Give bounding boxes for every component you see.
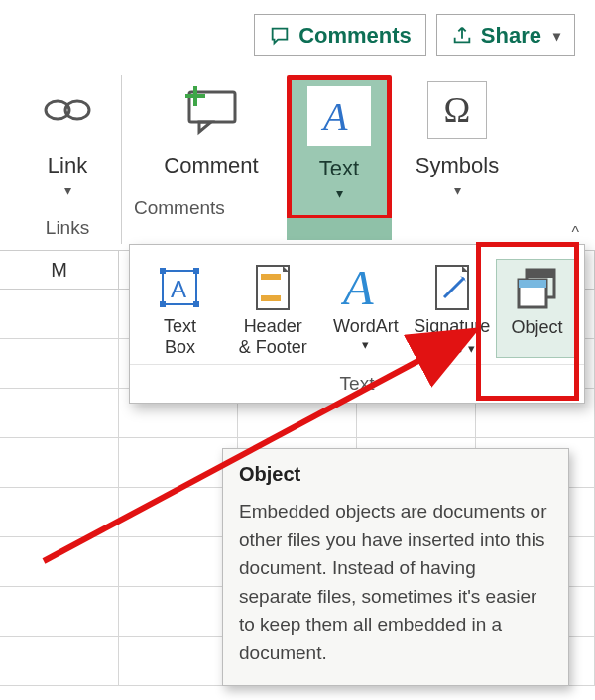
- header-footer-button[interactable]: Header & Footer: [224, 259, 322, 358]
- link-label: Link: [48, 153, 87, 178]
- tooltip-title: Object: [239, 463, 552, 486]
- chevron-down-icon: ▾: [468, 341, 475, 356]
- text-box-label-2: Box: [165, 337, 195, 358]
- svg-rect-8: [193, 268, 199, 274]
- svg-rect-13: [261, 274, 281, 280]
- share-button[interactable]: Share ▾: [436, 14, 575, 56]
- svg-rect-9: [160, 301, 166, 307]
- object-button[interactable]: Object: [496, 259, 578, 358]
- svg-text:A: A: [341, 261, 374, 314]
- text-dropdown[interactable]: A Text ▾: [281, 75, 398, 240]
- comment-bubble-icon: [269, 25, 291, 47]
- svg-rect-10: [193, 301, 199, 307]
- svg-text:A: A: [171, 276, 186, 302]
- chevron-down-icon: ▾: [362, 337, 369, 352]
- share-button-label: Share: [481, 23, 541, 49]
- text-dropdown-panel: A Text Box Header & Footer A WordA: [129, 244, 585, 404]
- svg-text:A: A: [320, 94, 348, 138]
- title-bar-actions: Comments Share ▾: [0, 0, 595, 65]
- dropdown-group-label: Text: [130, 364, 584, 403]
- object-icon: [513, 260, 562, 317]
- text-highlight-trail: [287, 218, 392, 240]
- chevron-down-icon: ▾: [64, 182, 71, 198]
- comments-section-label: Comments: [132, 196, 291, 219]
- header-footer-label-1: Header: [244, 316, 302, 337]
- svg-rect-7: [160, 268, 166, 274]
- svg-rect-14: [261, 295, 281, 301]
- object-tooltip: Object Embedded objects are documents or…: [222, 448, 569, 686]
- omega-icon: Ω: [427, 81, 487, 139]
- object-label: Object: [512, 317, 563, 338]
- signature-line-button[interactable]: Signature Line ▾: [410, 259, 494, 358]
- text-icon: A: [307, 86, 371, 146]
- signature-line-icon: [430, 259, 474, 316]
- svg-rect-18: [527, 270, 554, 278]
- wordart-icon: A: [341, 259, 391, 316]
- tooltip-body: Embedded objects are documents or other …: [239, 498, 552, 667]
- text-label: Text: [319, 156, 359, 181]
- links-section-label: Links: [28, 216, 107, 239]
- text-box-button[interactable]: A Text Box: [138, 259, 222, 358]
- wordart-label: WordArt: [333, 316, 399, 337]
- link-group[interactable]: Link ▾ Links: [18, 75, 117, 239]
- symbols-label: Symbols: [416, 153, 499, 178]
- text-box-icon: A: [155, 259, 204, 316]
- chevron-down-icon: ▾: [336, 185, 343, 201]
- comments-button[interactable]: Comments: [254, 14, 426, 56]
- header-footer-label-2: & Footer: [239, 337, 307, 358]
- svg-rect-20: [519, 280, 546, 288]
- share-icon: [451, 25, 473, 47]
- header-footer-icon: [251, 259, 295, 316]
- comment-label: Comment: [164, 153, 258, 178]
- ribbon: Link ▾ Links Comment Comments A Text ▾: [0, 65, 595, 244]
- separator: [121, 75, 122, 244]
- collapse-ribbon-icon[interactable]: ^: [571, 224, 579, 242]
- signature-line-label-1: Signature: [414, 316, 490, 337]
- svg-rect-12: [257, 266, 289, 309]
- column-header[interactable]: M: [0, 251, 119, 289]
- new-comment-icon: [179, 75, 243, 145]
- link-icon: [40, 75, 95, 145]
- text-box-label-1: Text: [164, 316, 196, 337]
- chevron-down-icon: ▾: [454, 182, 461, 198]
- wordart-button[interactable]: A WordArt ▾: [323, 259, 408, 358]
- chevron-down-icon: ▾: [553, 28, 560, 44]
- comment-button[interactable]: Comment Comments: [142, 75, 281, 219]
- comments-button-label: Comments: [298, 23, 412, 49]
- symbols-dropdown[interactable]: Ω Symbols ▾: [398, 75, 517, 198]
- signature-line-label-2: Line: [429, 337, 463, 357]
